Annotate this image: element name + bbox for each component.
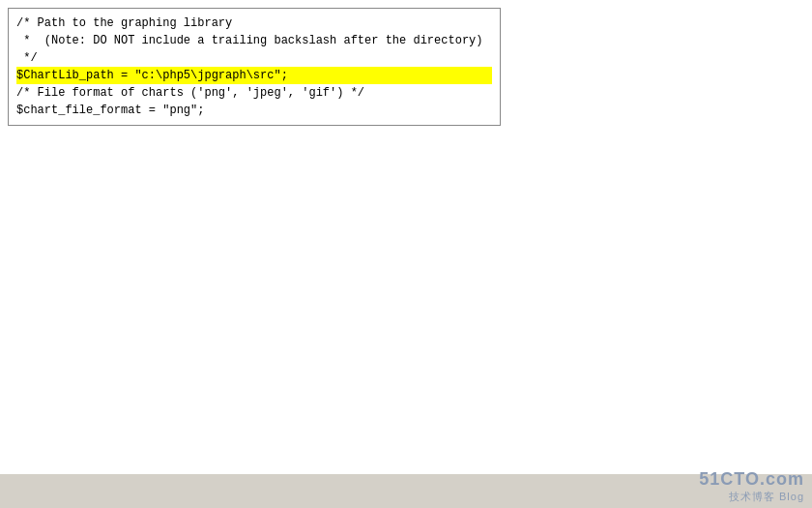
bottom-bar: 51CTO.com 技术博客 Blog [0,474,812,508]
watermark: 51CTO.com 技术博客 Blog [699,469,804,504]
code-line-1: /* Path to the graphing library [16,15,492,32]
code-line-4-highlighted[interactable]: $ChartLib_path = "c:\php5\jpgraph\src"; [16,67,492,84]
watermark-site: 51CTO.com [699,469,804,490]
code-line-7: $chart_file_format = "png"; [16,102,492,119]
code-line-3: */ [16,49,492,67]
watermark-tagline: 技术博客 Blog [699,490,804,504]
code-editor-box: /* Path to the graphing library * (Note:… [8,8,501,126]
code-line-6: /* File format of charts ('png', 'jpeg',… [16,84,492,102]
code-line-2: * (Note: DO NOT include a trailing backs… [16,32,492,49]
code-line-4-wrap: $ChartLib_path = "c:\php5\jpgraph\src"; [16,67,492,84]
main-content-area: /* Path to the graphing library * (Note:… [0,0,812,474]
